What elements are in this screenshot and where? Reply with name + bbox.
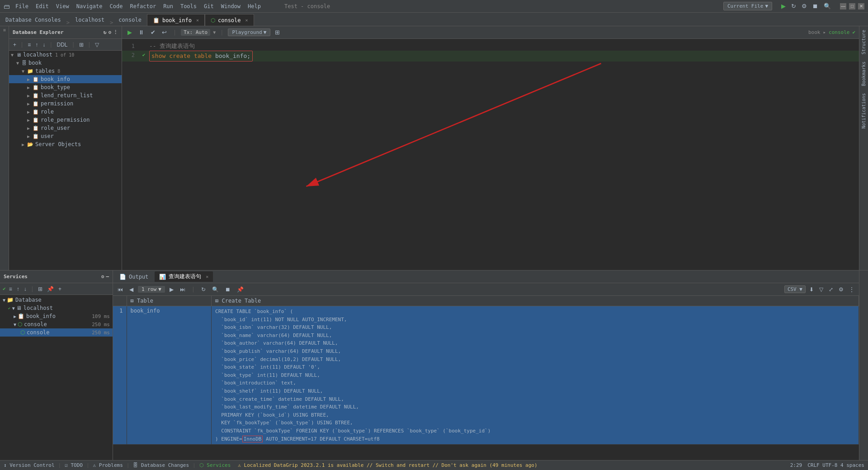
services-list-btn[interactable]: ≡ bbox=[8, 285, 14, 293]
services-database[interactable]: ▼ 📁 Database bbox=[0, 296, 113, 304]
tree-book-type[interactable]: ▶ 📋 book_type bbox=[9, 83, 122, 91]
menu-help[interactable]: Help bbox=[248, 3, 261, 9]
down-btn[interactable]: ↓ bbox=[41, 41, 47, 48]
problems-btn[interactable]: ⚠ Problems bbox=[93, 462, 123, 468]
services-console-child[interactable]: ⬡ console 250 ms bbox=[0, 328, 113, 337]
results-tabs: 📄 Output 📊 查询建表语句 ✕ bbox=[113, 271, 859, 283]
settings-toolbar-btn[interactable]: ⚙ bbox=[800, 2, 809, 10]
current-file-button[interactable]: Current File ▼ bbox=[723, 2, 772, 10]
run-toolbar-btn[interactable]: ▶ bbox=[779, 2, 788, 10]
tree-permission[interactable]: ▶ 📋 permission bbox=[9, 100, 122, 108]
pause-button[interactable]: ⏸ bbox=[137, 28, 146, 37]
menu-refactor[interactable]: Refactor bbox=[130, 3, 156, 9]
expand-btn[interactable]: ⤢ bbox=[827, 285, 835, 294]
table-button[interactable]: ⊞ bbox=[273, 28, 282, 37]
menu-edit[interactable]: Edit bbox=[36, 3, 49, 9]
tab-console[interactable]: ⬡ console ✕ bbox=[205, 14, 254, 26]
create-table-tab[interactable]: 📊 查询建表语句 ✕ bbox=[155, 271, 213, 282]
services-localhost[interactable]: ✔ ▼ 🖥 localhost bbox=[0, 304, 113, 312]
search-results-btn[interactable]: 🔍 bbox=[210, 285, 221, 294]
code-editor[interactable]: 1 -- 查询建表语句 2 ✔ show create table bbox=[122, 39, 859, 270]
services-up-btn[interactable]: ↑ bbox=[15, 285, 21, 293]
playground-button[interactable]: Playground ▼ bbox=[228, 28, 270, 36]
table-row[interactable]: 1 book_info CREATE TABLE `book_info` ( `… bbox=[113, 306, 859, 445]
tab-console-close[interactable]: ✕ bbox=[245, 18, 248, 23]
services-pin-btn[interactable]: 📌 bbox=[46, 285, 55, 293]
tab-db-consoles[interactable]: Database Consoles bbox=[0, 14, 66, 26]
list-btn[interactable]: ≡ bbox=[26, 41, 32, 48]
menu-code[interactable]: Code bbox=[110, 3, 123, 9]
output-tab[interactable]: 📄 Output bbox=[115, 272, 153, 281]
tree-lend-return-list[interactable]: ▶ 📋 lend_return_list bbox=[9, 91, 122, 100]
services-down-btn[interactable]: ↓ bbox=[23, 285, 28, 293]
search-toolbar-btn[interactable]: 🔍 bbox=[822, 2, 833, 10]
stop-toolbar-btn[interactable]: ⏹ bbox=[811, 2, 820, 10]
menu-navigate[interactable]: Navigate bbox=[76, 3, 103, 9]
menu-window[interactable]: Window bbox=[221, 3, 241, 9]
stop-results-btn[interactable]: ⏹ bbox=[223, 285, 232, 294]
first-page-btn[interactable]: ⏮ bbox=[116, 285, 125, 294]
more-results-btn[interactable]: ⋮ bbox=[847, 285, 856, 294]
notifications-label[interactable]: Notifications bbox=[860, 90, 867, 132]
close-button[interactable]: ✕ bbox=[858, 3, 864, 9]
services-book-info[interactable]: ▶ 📋 book_info 109 ms bbox=[0, 312, 113, 320]
tree-role-user[interactable]: ▶ 📋 role_user bbox=[9, 124, 122, 132]
services-status-btn[interactable]: ⬡ Services bbox=[199, 462, 231, 468]
more-icon[interactable]: ⋮ bbox=[113, 29, 118, 35]
col-create-header[interactable]: ⊞ Create Table bbox=[212, 296, 859, 306]
maximize-button[interactable]: □ bbox=[849, 3, 855, 9]
pin-results-btn[interactable]: 📌 bbox=[235, 285, 245, 294]
grid-btn[interactable]: ⊞ bbox=[78, 41, 85, 48]
tree-book[interactable]: ▼ 🗄 book bbox=[9, 59, 122, 67]
menu-file[interactable]: File bbox=[15, 3, 28, 9]
services-close-icon[interactable]: — bbox=[106, 274, 109, 280]
tree-tables[interactable]: ▼ 📁 tables 8 bbox=[9, 67, 122, 75]
db-changes-btn[interactable]: 🗄 Database Changes bbox=[133, 462, 189, 468]
run-button[interactable]: ▶ bbox=[126, 28, 134, 37]
services-add-btn[interactable]: + bbox=[57, 285, 63, 293]
settings-icon[interactable]: ⚙ bbox=[108, 29, 111, 35]
commit-button[interactable]: ✔ bbox=[149, 28, 157, 37]
minimize-button[interactable]: — bbox=[840, 3, 846, 9]
settings-results-btn[interactable]: ⚙ bbox=[837, 285, 845, 294]
prev-page-btn[interactable]: ◀ bbox=[127, 285, 135, 294]
tree-user[interactable]: ▶ 📋 user bbox=[9, 132, 122, 140]
up-btn[interactable]: ↑ bbox=[34, 41, 39, 48]
col-table-header[interactable]: ⊞ Table bbox=[127, 296, 212, 306]
tab-book-info-close[interactable]: ✕ bbox=[196, 18, 199, 23]
menu-run[interactable]: Run bbox=[163, 3, 173, 9]
tab-localhost[interactable]: localhost bbox=[70, 14, 110, 26]
todo-btn[interactable]: ☑ TODO bbox=[65, 462, 83, 468]
tree-book-info[interactable]: ▶ 📋 book_info bbox=[9, 75, 122, 83]
add-btn[interactable]: + bbox=[12, 41, 18, 48]
tree-role-permission[interactable]: ▶ 📋 role_permission bbox=[9, 116, 122, 124]
ddl-btn[interactable]: DDL bbox=[56, 41, 69, 48]
filter-btn[interactable]: ▽ bbox=[94, 41, 100, 48]
tree-role[interactable]: ▶ 📋 role bbox=[9, 108, 122, 116]
tree-localhost[interactable]: ▼ 🖥 localhost 1 of 10 bbox=[9, 51, 122, 59]
tree-server-objects[interactable]: ▶ 📂 Server Objects bbox=[9, 140, 122, 148]
tab-book-info[interactable]: 📋 book_info ✕ bbox=[147, 14, 205, 26]
menu-view[interactable]: View bbox=[56, 3, 69, 9]
filter-results-btn[interactable]: ▽ bbox=[817, 285, 825, 294]
menu-git[interactable]: Git bbox=[204, 3, 214, 9]
tab-console-path[interactable]: console bbox=[113, 14, 147, 26]
services-group-btn[interactable]: ⊞ bbox=[37, 285, 44, 293]
rollback-button[interactable]: ↩ bbox=[160, 28, 169, 37]
version-control-btn[interactable]: ↕ Version Control bbox=[4, 462, 55, 468]
refresh-icon[interactable]: ↻ bbox=[104, 29, 107, 35]
services-console-parent[interactable]: ▼ ⬡ console 250 ms bbox=[0, 320, 113, 328]
last-page-btn[interactable]: ⏭ bbox=[178, 285, 187, 294]
services-console-child-label: console bbox=[27, 329, 50, 336]
services-settings-icon[interactable]: ⚙ bbox=[101, 274, 104, 280]
next-page-btn[interactable]: ▶ bbox=[168, 285, 175, 294]
menu-tools[interactable]: Tools bbox=[180, 3, 197, 9]
bookmarks-label[interactable]: Bookmarks bbox=[860, 58, 867, 90]
create-table-tab-close[interactable]: ✕ bbox=[206, 274, 208, 279]
status-warning[interactable]: ⚠ Localized DataGrip 2023.2.1 is availab… bbox=[238, 462, 537, 468]
structure-label[interactable]: Structure bbox=[860, 26, 867, 58]
export-btn[interactable]: ⬇ bbox=[807, 285, 816, 294]
refresh-results-btn[interactable]: ↻ bbox=[199, 285, 208, 294]
csv-button[interactable]: CSV ▼ bbox=[784, 285, 806, 293]
update-toolbar-btn[interactable]: ↻ bbox=[789, 2, 798, 10]
